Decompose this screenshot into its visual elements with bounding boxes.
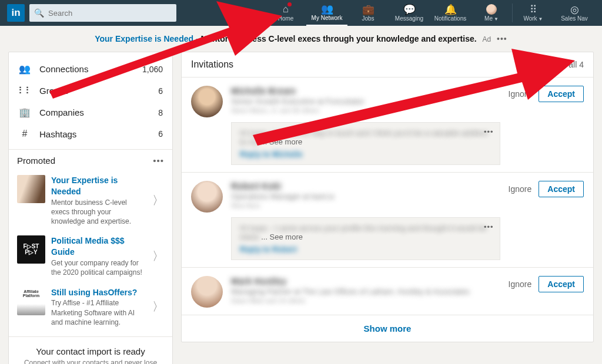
grid-icon: ⠿ <box>530 4 537 15</box>
invitation-name[interactable]: Michelle Brown <box>231 86 500 96</box>
compass-icon: ◎ <box>570 4 579 15</box>
sidebar-label: Groups <box>39 86 68 96</box>
invitation-row: Michelle Brown Senior Growth Executive a… <box>182 77 593 172</box>
promo-desc: Mentor business C-level execs through yo… <box>51 198 146 227</box>
sidebar-item-connections[interactable]: 👥 Connections 1,060 <box>9 58 172 80</box>
message-menu-icon[interactable]: ••• <box>484 127 494 136</box>
nav-sales-nav[interactable]: ◎ Sales Nav <box>554 0 595 26</box>
promo-image: AffiliatePlatform <box>17 287 45 315</box>
ad-lead: Your Expertise is Needed - <box>95 34 200 43</box>
nav: ⌂ Home 👥 My Network 💼 Jobs 💬 Messaging 🔔… <box>265 0 595 26</box>
accept-button[interactable]: Accept <box>539 86 584 102</box>
promo-title: Political Media $$$ Guide <box>51 235 146 258</box>
promoted-title: Promoted <box>17 156 55 166</box>
invitation-meta: Diann Bilan and 14 others <box>231 297 500 304</box>
search-input[interactable] <box>29 4 176 22</box>
ad-banner[interactable]: Your Expertise is Needed - Mentor busine… <box>0 26 602 52</box>
see-more-link[interactable]: ... See more <box>260 137 302 146</box>
promo-image <box>17 175 45 203</box>
avatar[interactable] <box>191 276 223 308</box>
connections-icon: 👥 <box>18 63 31 75</box>
nav-label: Me▼ <box>484 15 499 22</box>
sidebar-count: 1,060 <box>142 65 163 74</box>
nav-home[interactable]: ⌂ Home <box>265 0 306 26</box>
companies-icon: 🏢 <box>18 107 31 118</box>
linkedin-logo[interactable]: in <box>7 4 25 22</box>
accept-button[interactable]: Accept <box>539 276 584 292</box>
promo-item[interactable]: AffiliatePlatform Still using HasOffers?… <box>17 282 164 332</box>
nav-work[interactable]: ⠿ Work▼ <box>513 0 554 26</box>
promo-desc: Get your company ready for the 2020 poli… <box>51 258 146 277</box>
reply-link[interactable]: Reply to Michelle <box>240 150 491 159</box>
chevron-right-icon: 〉 <box>152 299 164 315</box>
nav-label: Sales Nav <box>561 15 588 22</box>
chevron-right-icon: 〉 <box>152 248 164 264</box>
promo-item[interactable]: Your Expertise is Needed Mentor business… <box>17 170 164 231</box>
sidebar-count: 8 <box>158 108 163 117</box>
notification-dot <box>287 2 292 6</box>
promo-title: Your Expertise is Needed <box>51 175 146 197</box>
invitation-meta: Nina Nuro <box>231 202 500 209</box>
invitation-message: ••• Hi Isaac - I came across your profil… <box>231 217 500 260</box>
ad-menu-icon[interactable]: ••• <box>497 34 507 43</box>
ad-tag: Ad <box>482 35 491 43</box>
search-icon: 🔍 <box>34 8 44 18</box>
promo-desc: Try Affise - #1 Affiliate Marketing Soft… <box>51 298 146 327</box>
sidebar-item-groups[interactable]: ⠇⠇ Groups 6 <box>9 80 172 102</box>
sidebar-count: 6 <box>158 129 163 139</box>
import-subtitle: Connect with your contacts and never los… <box>17 359 164 364</box>
invitations-card: Invitations See all 4 Michelle Brown Sen… <box>181 52 594 342</box>
message-menu-icon[interactable]: ••• <box>484 223 494 231</box>
invitation-name[interactable]: Robert Koki <box>231 181 500 191</box>
sidebar-item-hashtags[interactable]: # Hashtags 6 <box>9 123 172 144</box>
see-all-link[interactable]: See all 4 <box>552 60 584 69</box>
nav-me[interactable]: Me▼ <box>471 0 512 26</box>
sidebar-label: Connections <box>39 64 88 74</box>
groups-icon: ⠇⠇ <box>18 85 31 96</box>
global-header: in 🔍 ⌂ Home 👥 My Network 💼 Jobs 💬 Messag… <box>0 0 602 26</box>
promoted-section: Promoted ••• Your Expertise is Needed Me… <box>9 149 172 336</box>
invitation-meta: Steve Wison, Jr. and 30 others <box>231 107 500 114</box>
invitation-title: Operations Manager at bant.io <box>231 192 500 201</box>
promo-image: F▷STP▷Y <box>17 235 45 264</box>
bell-icon: 🔔 <box>444 4 457 15</box>
briefcase-icon: 💼 <box>362 4 374 15</box>
nav-label: Work▼ <box>523 15 543 22</box>
sidebar-card: 👥 Connections 1,060 ⠇⠇ Groups 6 🏢 Compan… <box>8 52 173 364</box>
avatar[interactable] <box>191 86 223 117</box>
invitations-title: Invitations <box>191 59 233 70</box>
nav-my-network[interactable]: 👥 My Network <box>306 0 347 26</box>
reply-link[interactable]: Reply to Robert <box>240 245 491 254</box>
ad-body: Mentor business C-level execs through yo… <box>200 34 476 43</box>
promoted-menu-icon[interactable]: ••• <box>153 156 164 166</box>
ignore-button[interactable]: Ignore <box>509 279 532 289</box>
nav-jobs[interactable]: 💼 Jobs <box>347 0 389 26</box>
nav-label: Jobs <box>362 15 374 22</box>
sidebar-item-companies[interactable]: 🏢 Companies 8 <box>9 102 172 123</box>
promo-item[interactable]: F▷STP▷Y Political Media $$$ Guide Get yo… <box>17 231 164 282</box>
nav-messaging[interactable]: 💬 Messaging <box>389 0 430 26</box>
nav-notifications[interactable]: 🔔 Notifications <box>430 0 471 26</box>
ignore-button[interactable]: Ignore <box>509 184 532 194</box>
accept-button[interactable]: Accept <box>539 181 584 197</box>
avatar-icon <box>486 4 497 15</box>
hashtag-icon: # <box>18 129 31 139</box>
see-more-link[interactable]: ... See more <box>261 232 303 241</box>
sidebar-label: Companies <box>39 107 84 117</box>
sidebar-label: Hashtags <box>39 129 76 139</box>
sidebar-count: 6 <box>158 86 163 96</box>
search-wrap: 🔍 <box>29 4 176 22</box>
ignore-button[interactable]: Ignore <box>509 89 532 99</box>
people-icon: 👥 <box>321 4 333 14</box>
invitation-title: Managing Partner at The Law Offices of L… <box>231 287 500 296</box>
manage-list: 👥 Connections 1,060 ⠇⠇ Groups 6 🏢 Compan… <box>9 52 172 149</box>
invitation-row: Mark Huntley Managing Partner at The Law… <box>182 267 593 315</box>
invitation-name[interactable]: Mark Huntley <box>231 276 500 286</box>
show-more-link[interactable]: Show more <box>182 315 593 342</box>
nav-label: My Network <box>312 15 343 21</box>
promo-title: Still using HasOffers? <box>51 287 146 298</box>
messaging-icon: 💬 <box>403 4 416 15</box>
nav-label: Messaging <box>395 15 423 22</box>
avatar[interactable] <box>191 181 223 213</box>
nav-label: Notifications <box>434 15 466 22</box>
